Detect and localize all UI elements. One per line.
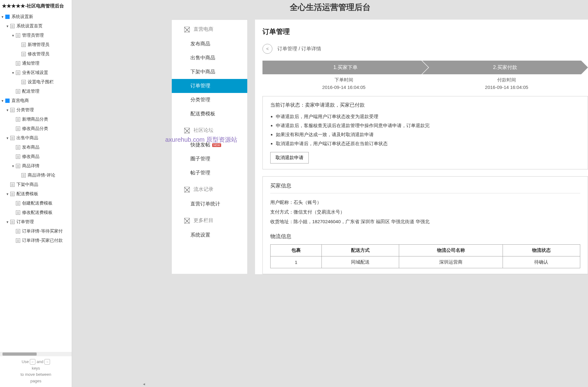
page-icon — [16, 229, 20, 233]
caret-icon — [17, 173, 21, 177]
cancel-refund-button[interactable]: 取消退款申请 — [270, 152, 309, 164]
caret-icon — [11, 201, 15, 205]
caret-icon: ▼ — [6, 24, 9, 28]
tree-node[interactable]: ▼订单管理 — [0, 217, 72, 227]
nav-group-head: 更多栏目 — [172, 211, 247, 228]
page-icon — [16, 154, 20, 159]
tree-label: 订单详情-买家已付款 — [22, 238, 63, 243]
tree-node[interactable]: 商品详情-评论 — [0, 171, 72, 180]
status-bullet: 如果没有和用户达成一致，请及时取消退款申请 — [276, 130, 580, 139]
tree-node[interactable]: 修改配送费模板 — [0, 208, 72, 217]
tree-label: 配送费模板 — [16, 191, 38, 197]
tree-node[interactable]: 下架中商品 — [0, 180, 72, 189]
caret-icon: ▼ — [11, 164, 15, 168]
nav-item[interactable]: 下架中商品 — [172, 65, 247, 79]
caret-icon — [11, 229, 15, 233]
caret-icon — [17, 43, 21, 47]
table-header: 物流状态 — [503, 245, 580, 256]
nav-item[interactable]: 出售中商品 — [172, 51, 247, 65]
page-icon — [16, 201, 20, 205]
status-line: 当前订单状态：卖家申请退款，买家已付款 — [270, 102, 580, 108]
tree-label: 业务区域设置 — [22, 70, 48, 76]
tree-node[interactable]: 新增管理员 — [0, 40, 72, 49]
logistics-table: 包裹配送方式物流公司名称物流状态1同城配送深圳运营商待确认 — [270, 244, 580, 268]
tree-label: 出售中商品 — [16, 135, 38, 141]
tree-label: 分类管理 — [16, 107, 34, 113]
tree-node[interactable]: ▼商品详情 — [0, 161, 72, 171]
nav-group-head: 直营电商 — [172, 20, 247, 37]
horizontal-scrollbar[interactable] — [0, 352, 72, 356]
tree-node[interactable]: 通知管理 — [0, 59, 72, 68]
tree-node[interactable]: ▼管理员管理 — [0, 31, 72, 40]
tree-label: 修改商品 — [22, 154, 39, 159]
tree-node[interactable]: 设置电子围栏 — [0, 77, 72, 87]
status-bullet: 申请退款后，客服核查无误后在退款管理中操作同意申请申请，订单退款完 — [276, 121, 580, 130]
tree-node[interactable]: 修改商品 — [0, 152, 72, 161]
tree-label: 修改配送费模板 — [22, 210, 52, 215]
folder-icon — [5, 15, 10, 19]
page-icon — [10, 136, 15, 140]
progress-step: 1.买家下单 — [262, 61, 428, 74]
nav-item[interactable]: 订单管理 — [172, 79, 247, 93]
tree-node[interactable]: ▼配送费模板 — [0, 189, 72, 199]
nav-item[interactable]: 直营订单统计 — [172, 197, 247, 211]
tree-node[interactable]: ▼系统设置首页 — [0, 21, 72, 31]
tree-node[interactable]: ▼分类管理 — [0, 105, 72, 115]
page-icon — [21, 52, 26, 56]
page-icon — [16, 89, 20, 94]
caret-icon: ▼ — [6, 108, 9, 112]
nav-item[interactable]: 系统设置 — [172, 228, 247, 242]
tree-node[interactable]: 修改商品分类 — [0, 124, 72, 133]
tree-node[interactable]: 发布商品 — [0, 143, 72, 152]
caret-icon — [11, 239, 15, 242]
folder-icon — [5, 99, 10, 103]
tree-node[interactable]: ▼直营电商 — [0, 96, 72, 105]
left-key-icon: ← — [30, 359, 35, 365]
nav-item[interactable]: 圈子管理 — [172, 152, 247, 166]
nav-item[interactable]: 发布商品 — [172, 37, 247, 51]
tree-label: 配送管理 — [22, 89, 39, 94]
page-icon — [16, 61, 20, 66]
sitemap-tree[interactable]: ▼系统设置新▼系统设置首页▼管理员管理新增管理员修改管理员通知管理▼业务区域设置… — [0, 12, 72, 352]
tree-node[interactable]: 配送管理 — [0, 87, 72, 96]
nav-group-head: 社区论坛 — [172, 121, 247, 138]
placeholder-icon — [184, 27, 190, 32]
tree-node[interactable]: 创建配送费模板 — [0, 199, 72, 208]
caret-icon: ▼ — [6, 192, 9, 196]
tree-node[interactable]: ▼业务区域设置 — [0, 68, 72, 77]
caret-icon — [11, 155, 15, 159]
tree-node[interactable]: 订单详情-等待买家付 — [0, 227, 72, 236]
tree-label: 设置电子围栏 — [28, 79, 54, 85]
logistics-section-head: 物流信息 — [270, 233, 580, 240]
tree-node[interactable]: 新增商品分类 — [0, 115, 72, 124]
nav-item[interactable]: 配送费模板 — [172, 107, 247, 121]
page-icon — [16, 145, 20, 150]
page-icon — [16, 117, 20, 122]
sidebar-title: ★★★★★-社区电商管理后台 — [0, 0, 72, 12]
status-bullet: 申请退款后，用户端用户订单状态改变为退款受理 — [276, 112, 580, 121]
table-row: 1同城配送深圳运营商待确认 — [271, 256, 580, 268]
back-button[interactable]: < — [262, 44, 272, 54]
page-icon — [10, 192, 15, 196]
page-icon — [21, 173, 26, 177]
resizer-icon[interactable]: ◂ — [143, 381, 145, 386]
table-header: 配送方式 — [322, 245, 399, 256]
info-box: 买家信息 用户昵称：石头（账号）支付方式：微信支付（交易流水号）收货地址：陈小姐… — [262, 176, 588, 274]
tree-label: 系统设置新 — [11, 14, 33, 20]
tree-label: 商品详情-评论 — [28, 173, 55, 178]
tree-node[interactable]: 订单详情-买家已付款 — [0, 236, 72, 245]
nav-item[interactable]: 快捷发帖NEW — [172, 138, 247, 152]
nav-item[interactable]: 分类管理 — [172, 93, 247, 107]
step-meta: 下单时间2016-09-14 16:04:05付款时间2016-09-14 16… — [262, 76, 588, 91]
tree-label: 创建配送费模板 — [22, 200, 52, 206]
buyer-info-line: 收货地址：陈小姐，18270246040，广东省 深圳市 福田区 华强北街道 华… — [270, 217, 580, 227]
page-icon — [16, 210, 20, 215]
status-box: 当前订单状态：卖家申请退款，买家已付款 申请退款后，用户端用户订单状态改变为退款… — [262, 96, 588, 169]
caret-icon: ▼ — [1, 15, 4, 19]
tree-node[interactable]: ▼出售中商品 — [0, 133, 72, 143]
tree-node[interactable]: ▼系统设置新 — [0, 12, 72, 21]
nav-item[interactable]: 帖子管理 — [172, 166, 247, 180]
app-header-title: 全心生活运营管理后台 — [72, 0, 588, 20]
progress-steps: 1.买家下单2.买家付款 — [262, 61, 588, 74]
tree-node[interactable]: 修改管理员 — [0, 49, 72, 59]
